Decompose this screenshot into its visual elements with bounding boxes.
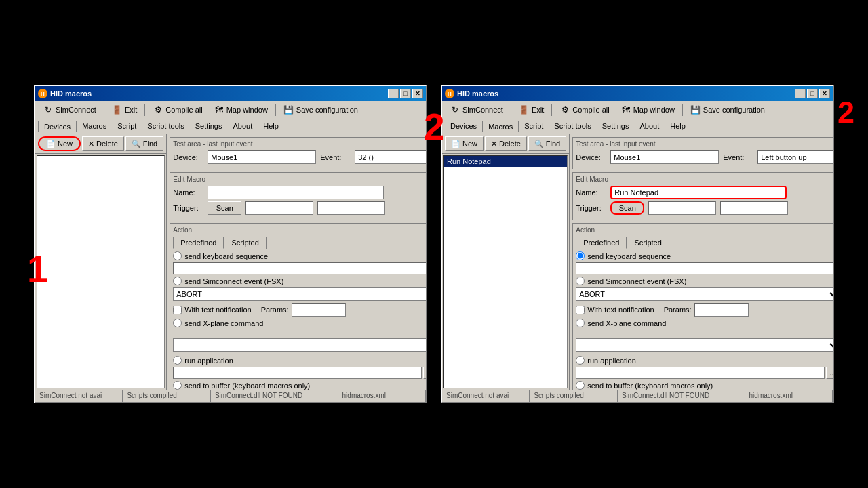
toolbar-2: ↻ SimConnect 🚪 Exit ⚙ Compile all 🗺 Map … <box>442 101 833 119</box>
radio-simconnect-input-1[interactable] <box>173 277 182 285</box>
device-input-2[interactable] <box>610 150 719 164</box>
name-row-1: Name: <box>173 186 426 199</box>
radio-buffer-input-2[interactable] <box>576 381 585 390</box>
event-input-2[interactable] <box>757 150 833 164</box>
compile-btn-2[interactable]: ⚙ Compile all <box>555 102 614 117</box>
list-area-1[interactable] <box>37 155 165 388</box>
name-input-2[interactable] <box>610 186 787 199</box>
tab-predefined-1[interactable]: Predefined <box>173 237 224 249</box>
menu-scripttools-1[interactable]: Script tools <box>142 121 189 132</box>
xplane-select-2[interactable] <box>576 338 833 352</box>
app-browse-btn-2[interactable]: ... <box>826 367 833 379</box>
menu-scripttools-2[interactable]: Script tools <box>549 121 596 132</box>
tab-scripted-1[interactable]: Scripted <box>224 237 266 249</box>
menu-script-2[interactable]: Script <box>519 121 549 132</box>
app-input-2[interactable] <box>576 367 825 379</box>
radio-xplane-1: send X-plane command <box>173 319 426 327</box>
save-btn-2[interactable]: 💾 Save configuration <box>686 102 770 117</box>
simconnect-btn-1[interactable]: ↻ SimConnect <box>38 102 101 117</box>
xplane-select-1[interactable] <box>173 338 426 352</box>
status-3-1: SimConnect.dll NOT FOUND <box>211 390 338 402</box>
menu-help-2[interactable]: Help <box>665 121 691 132</box>
radio-app-2: run application <box>576 356 833 365</box>
save-icon-2: 💾 <box>690 104 701 115</box>
scan-btn-2[interactable]: Scan <box>610 201 644 215</box>
delete-btn-2[interactable]: ✕ Delete <box>485 136 527 151</box>
exit-icon-2: 🚪 <box>519 104 530 115</box>
radio-app-input-2[interactable] <box>576 356 585 365</box>
tab-scripted-2[interactable]: Scripted <box>627 237 669 249</box>
delete-icon-2: ✕ <box>491 140 497 148</box>
menu-about-1[interactable]: About <box>227 121 258 132</box>
minimize-btn-2[interactable]: _ <box>795 89 806 98</box>
menu-about-2[interactable]: About <box>634 121 665 132</box>
radio-simconnect-input-2[interactable] <box>576 277 585 285</box>
params-input-2[interactable] <box>694 303 749 317</box>
keyboard-seq-input-1[interactable] <box>173 262 426 274</box>
trigger-input1-1[interactable] <box>245 201 313 215</box>
save-btn-1[interactable]: 💾 Save configuration <box>279 102 363 117</box>
new-btn-2[interactable]: 📄 New <box>445 136 484 151</box>
left-panel-1: 📄 New ✕ Delete 🔍 Find <box>35 134 167 390</box>
list-item-run-notepad[interactable]: Run Notepad <box>444 156 567 167</box>
name-row-2: Name: <box>576 186 833 199</box>
menu-macros-2[interactable]: Macros <box>482 121 519 132</box>
device-input-1[interactable] <box>208 150 316 164</box>
keyboard-seq-input-2[interactable] <box>576 262 833 274</box>
window2-title: HID macros <box>457 89 792 98</box>
exit-btn-2[interactable]: 🚪 Exit <box>514 102 549 117</box>
simconnect-btn-2[interactable]: ↻ SimConnect <box>445 102 508 117</box>
action-box-1: Action Predefined Scripted send keyboard… <box>170 223 426 390</box>
name-input-1[interactable] <box>208 186 384 199</box>
radio-buffer-input-1[interactable] <box>173 381 182 390</box>
find-btn-1[interactable]: 🔍 Find <box>125 136 163 151</box>
compile-btn-1[interactable]: ⚙ Compile all <box>148 102 207 117</box>
trigger-input2-2[interactable] <box>720 201 788 215</box>
status-2-2: Scripts compiled <box>530 390 617 402</box>
text-notify-check-1[interactable] <box>173 306 182 314</box>
map-btn-1[interactable]: 🗺 Map window <box>209 102 273 117</box>
radio-keyboard-label-1: send keyboard sequence <box>184 252 268 260</box>
menu-script-1[interactable]: Script <box>112 121 142 132</box>
trigger-input1-2[interactable] <box>648 201 716 215</box>
list-area-2[interactable]: Run Notepad <box>443 155 568 388</box>
tab-predefined-2[interactable]: Predefined <box>576 237 627 249</box>
sep5 <box>551 104 552 116</box>
radio-xplane-input-2[interactable] <box>576 319 585 327</box>
maximize-btn-2[interactable]: □ <box>807 89 818 98</box>
text-notify-check-2[interactable] <box>576 306 585 314</box>
test-area-title-1: Test area - last input event <box>173 140 426 148</box>
maximize-btn-1[interactable]: □ <box>400 89 411 98</box>
event-input-1[interactable] <box>355 150 426 164</box>
params-label-2: Params: <box>664 306 692 314</box>
menu-settings-2[interactable]: Settings <box>597 121 635 132</box>
find-btn-2[interactable]: 🔍 Find <box>528 136 566 151</box>
abort-select-2[interactable]: ABORT <box>576 287 833 301</box>
new-btn-1[interactable]: 📄 New <box>38 136 81 151</box>
map-btn-2[interactable]: 🗺 Map window <box>616 102 679 117</box>
radio-keyboard-input-1[interactable] <box>173 251 182 260</box>
close-btn-2[interactable]: ✕ <box>819 89 830 98</box>
menu-settings-1[interactable]: Settings <box>190 121 228 132</box>
app-browse-btn-1[interactable]: ... <box>423 367 426 379</box>
radio-buffer-1: send to buffer (keyboard macros only) <box>173 381 426 390</box>
radio-app-input-1[interactable] <box>173 356 182 365</box>
radio-xplane-input-1[interactable] <box>173 319 182 327</box>
delete-btn-1[interactable]: ✕ Delete <box>82 136 124 151</box>
menu-devices-1[interactable]: Devices <box>38 121 77 132</box>
text-notify-label-2: With text notification <box>587 306 654 314</box>
abort-select-1[interactable]: ABORT <box>173 287 426 301</box>
params-input-1[interactable] <box>292 303 346 317</box>
close-btn-1[interactable]: ✕ <box>412 89 423 98</box>
menu-help-1[interactable]: Help <box>258 121 284 132</box>
exit-btn-1[interactable]: 🚪 Exit <box>107 102 142 117</box>
app-input-1[interactable] <box>173 367 422 379</box>
radio-keyboard-input-2[interactable] <box>576 251 585 260</box>
scan-btn-1[interactable]: Scan <box>208 201 241 215</box>
menu-devices-2[interactable]: Devices <box>445 121 482 132</box>
minimize-btn-1[interactable]: _ <box>388 89 399 98</box>
menu-macros-1[interactable]: Macros <box>77 121 112 132</box>
simconnect-icon-2: ↻ <box>450 104 460 115</box>
trigger-input2-1[interactable] <box>317 201 385 215</box>
radio-xplane-label-1: send X-plane command <box>184 319 263 327</box>
